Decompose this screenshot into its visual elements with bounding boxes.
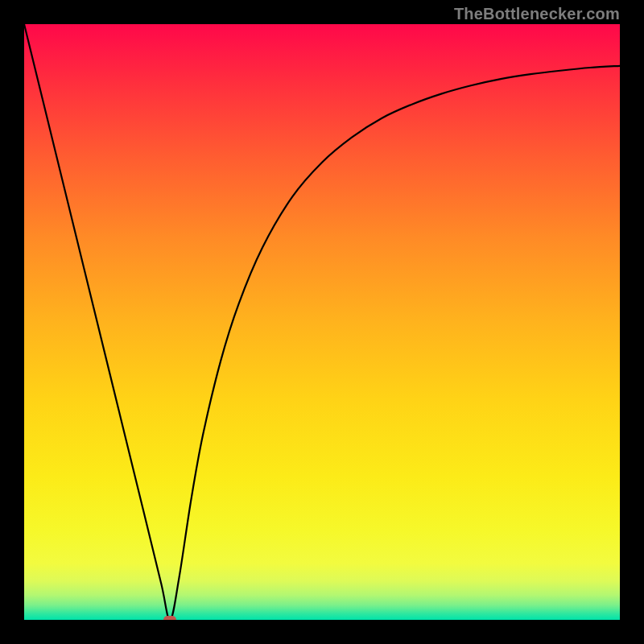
chart-curve bbox=[24, 24, 620, 620]
minimum-marker bbox=[163, 616, 176, 620]
plot-area bbox=[24, 24, 620, 620]
watermark-text: TheBottlenecker.com bbox=[454, 5, 620, 23]
chart-container: TheBottlenecker.com bbox=[0, 0, 644, 644]
